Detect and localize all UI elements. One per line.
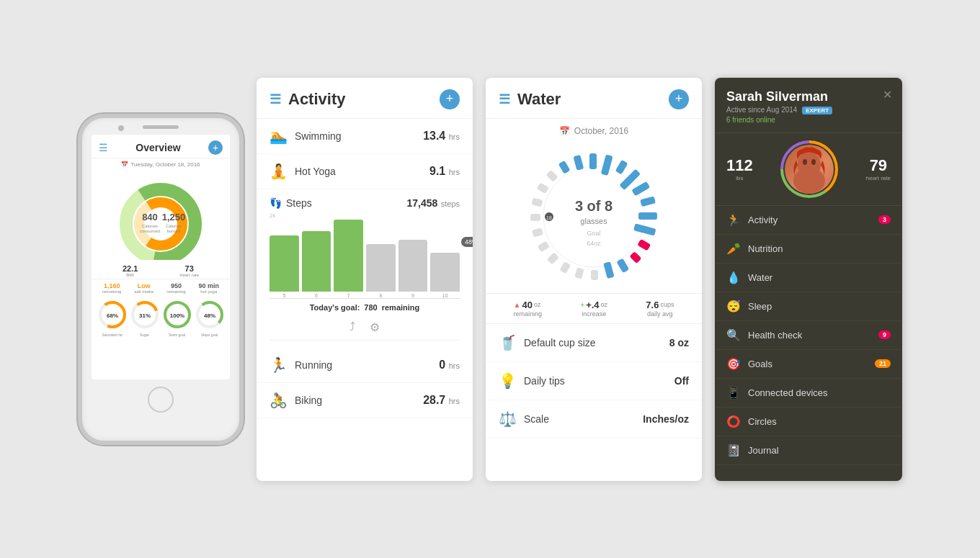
phone-stats-row: 1,160 remaining Low salt intake 950 rema… <box>92 279 230 297</box>
svg-text:burned: burned <box>167 229 181 233</box>
activity-add-button[interactable]: + <box>440 89 460 109</box>
activity-menu-icon[interactable]: ☰ <box>270 91 281 107</box>
water-header: ☰ Water + <box>486 78 702 119</box>
scale-value: Inches/oz <box>643 413 689 425</box>
hotyoga-unit: hrs <box>449 168 460 176</box>
phone-date: 📅 Tuesday, October 18, 2016 <box>92 158 230 171</box>
biking-unit: hrs <box>449 397 460 405</box>
friends-online: 6 friends online <box>726 116 891 124</box>
sidebar-item-connected-devices[interactable]: 📱 Connected devices <box>715 379 902 408</box>
user-active-since: Active since Aug 2014 EXPERT <box>726 106 891 114</box>
scale-icon: ⚖️ <box>499 410 517 428</box>
activity-header: ☰ Activity + <box>257 78 473 119</box>
y-label-2k: 2k <box>270 212 275 219</box>
swimming-unit: hrs <box>449 132 460 141</box>
activity-panel: ☰ Activity + 🏊 Swimming 13.4 hrs 🧘 Hot Y… <box>257 78 473 481</box>
svg-rect-33 <box>629 251 641 264</box>
close-icon[interactable]: ✕ <box>883 88 892 102</box>
svg-text:Calories: Calories <box>166 224 182 228</box>
sidebar-item-sleep[interactable]: 😴 Sleep <box>715 292 902 321</box>
svg-text:consumed: consumed <box>140 229 160 233</box>
water-title: Water <box>517 90 561 109</box>
svg-rect-31 <box>633 223 656 235</box>
tips-label: Daily tips <box>524 375 565 387</box>
badge-goals: 21 <box>875 359 891 368</box>
scale-label: Scale <box>524 413 549 425</box>
sidebar-item-circles[interactable]: ⭕ Circles <box>715 408 902 436</box>
svg-text:1,250: 1,250 <box>162 212 186 222</box>
svg-text:64oz: 64oz <box>587 240 601 247</box>
heart-rate-stat: 79 heart rate <box>866 156 891 181</box>
phone-add-button[interactable]: + <box>208 140 223 155</box>
svg-point-58 <box>811 159 816 165</box>
sidebar-header: Sarah Silverman Active since Aug 2014 EX… <box>715 78 902 133</box>
badge-health check: 9 <box>878 330 891 339</box>
water-panel: ☰ Water + 📅 October, 2016 <box>486 78 702 481</box>
water-icon: 💧 <box>726 271 741 284</box>
running-icon: 🏃 <box>270 356 288 374</box>
sidebar-item-activity[interactable]: 🏃 Activity 3 <box>715 206 902 235</box>
percent-badge: 48% <box>461 237 473 247</box>
steps-chart-section: 👣 Steps 17,458 steps 2k 1k 5 6 7 8 9 10 … <box>257 189 473 348</box>
svg-point-56 <box>793 168 825 194</box>
phone-home-button[interactable] <box>148 387 174 413</box>
sidebar-item-journal[interactable]: 📓 Journal <box>715 436 902 465</box>
sidebar-menu: 🏃 Activity 3 🥕 Nutrition 💧 Water 😴 Sleep… <box>715 206 902 481</box>
sidebar-item-water[interactable]: 💧 Water <box>715 264 902 292</box>
svg-rect-43 <box>531 197 543 207</box>
health check-icon: 🔍 <box>726 328 741 342</box>
swimming-label: Swimming <box>295 130 342 142</box>
sidebar-label: Circles <box>748 416 777 427</box>
cup-size-row: 🥤 Default cup size 8 oz <box>486 324 702 362</box>
cup-icon: 🥤 <box>499 334 517 351</box>
sidebar-item-goals[interactable]: 🎯 Goals 21 <box>715 350 902 379</box>
water-add-button[interactable]: + <box>669 89 689 109</box>
profile-section: 112 lbs 79 heart rate <box>715 133 902 206</box>
nutrition-icon: 🥕 <box>726 242 741 256</box>
phone-menu-icon[interactable]: ☰ <box>99 142 108 153</box>
circles-icon: ⭕ <box>726 415 741 428</box>
sidebar-label: Goals <box>748 359 772 369</box>
cup-value: 8 oz <box>669 337 689 348</box>
steps-label: Steps <box>286 197 312 209</box>
share-icon[interactable]: ⤴ <box>349 320 355 334</box>
svg-point-57 <box>803 159 807 165</box>
running-label: Running <box>295 359 332 371</box>
hotyoga-label: Hot Yoga <box>295 166 336 177</box>
expert-badge: EXPERT <box>802 107 832 114</box>
phone-circles-row: 68% Saturated fat 31% Sugar <box>92 297 230 340</box>
connected devices-icon: 📱 <box>726 386 741 400</box>
sidebar-label: Nutrition <box>748 243 783 254</box>
sidebar-label: Health check <box>748 330 802 341</box>
filter-icon[interactable]: ⚙ <box>370 320 380 334</box>
phone-donut-chart: 840 Calories consumed 1,250 Calories bur… <box>92 171 230 263</box>
sidebar-item-nutrition[interactable]: 🥕 Nutrition <box>715 235 902 264</box>
hotyoga-icon: 🧘 <box>270 163 288 180</box>
svg-rect-42 <box>530 214 540 221</box>
phone-camera <box>118 125 124 131</box>
water-chart: 3 of 8 glasses Goal 64oz 18 <box>486 140 702 293</box>
svg-text:840: 840 <box>142 212 158 222</box>
badge-activity: 3 <box>878 215 891 224</box>
water-menu-icon[interactable]: ☰ <box>499 91 510 107</box>
user-name: Sarah Silverman <box>726 89 891 104</box>
steps-bar-chart: 2k 1k 5 6 7 8 9 10 48% <box>270 212 460 299</box>
share-row[interactable]: ⤴ ⚙ <box>270 316 460 341</box>
phone-metrics: 22.1 BMI 73 Heart rate <box>92 264 230 277</box>
svg-rect-41 <box>532 228 543 237</box>
svg-text:100%: 100% <box>169 312 184 319</box>
phone-frame: ☰ Overview + 📅 Tuesday, October 18, 2016 <box>78 114 244 445</box>
svg-rect-47 <box>573 154 584 170</box>
biking-label: Biking <box>295 395 322 406</box>
svg-text:glasses: glasses <box>580 217 607 225</box>
running-unit: hrs <box>449 361 460 370</box>
sidebar-panel: Sarah Silverman Active since Aug 2014 EX… <box>715 78 902 481</box>
sidebar-item-health-check[interactable]: 🔍 Health check 9 <box>715 321 902 350</box>
tips-value: Off <box>674 375 689 387</box>
svg-text:31%: 31% <box>138 312 150 319</box>
weight-stat: 112 lbs <box>726 156 753 181</box>
biking-icon: 🚴 <box>270 392 288 409</box>
sidebar-label: Water <box>748 272 772 283</box>
svg-text:48%: 48% <box>203 312 215 319</box>
steps-unit: steps <box>441 199 460 208</box>
